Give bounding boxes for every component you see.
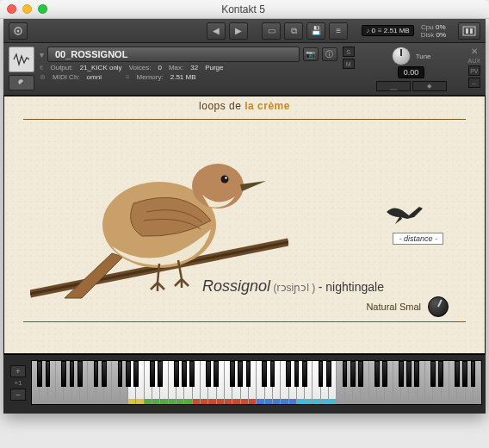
svg-point-9 (221, 176, 229, 184)
white-key[interactable] (32, 361, 40, 404)
white-key[interactable] (313, 361, 320, 404)
next-button[interactable]: ▶ (229, 22, 248, 40)
max-value[interactable]: 32 (190, 64, 198, 72)
purge-label[interactable]: Purge (205, 64, 223, 72)
transpose-value: +1 (14, 379, 22, 387)
white-key[interactable] (217, 361, 225, 404)
prev-button[interactable]: ◀ (207, 22, 226, 40)
white-key[interactable] (160, 361, 168, 404)
white-key[interactable] (64, 361, 71, 404)
white-key[interactable] (40, 361, 47, 404)
white-key[interactable] (345, 361, 353, 404)
white-key[interactable] (281, 361, 288, 404)
natural-knob[interactable] (428, 296, 449, 317)
transpose-down-button[interactable]: – (10, 389, 26, 401)
white-key[interactable] (80, 361, 88, 404)
white-key[interactable] (385, 361, 393, 404)
tune-label: Tune (416, 53, 431, 60)
voice-count: 0 (371, 27, 374, 34)
white-key[interactable] (442, 361, 449, 404)
white-key[interactable] (48, 361, 56, 404)
white-key[interactable] (257, 361, 264, 404)
white-key[interactable] (433, 361, 441, 404)
white-key[interactable] (193, 361, 201, 404)
white-key[interactable] (321, 361, 329, 404)
save-icon[interactable]: 💾 (306, 22, 325, 40)
info-icon[interactable]: ⓘ (322, 47, 337, 61)
white-key[interactable] (401, 361, 409, 404)
mute-button[interactable]: M (343, 59, 355, 69)
instrument-close-icon[interactable]: ✕ (468, 47, 480, 56)
distance-bird-icon[interactable] (385, 200, 424, 226)
white-key[interactable] (169, 361, 176, 404)
files-icon[interactable]: ⧉ (284, 22, 303, 40)
white-key[interactable] (457, 361, 465, 404)
midi-value[interactable]: omni (87, 73, 102, 81)
white-key[interactable] (184, 361, 192, 404)
white-key[interactable] (176, 361, 184, 404)
white-key[interactable] (241, 361, 249, 404)
pv-button[interactable]: PV (468, 65, 480, 76)
white-key[interactable] (265, 361, 273, 404)
white-key[interactable] (96, 361, 104, 404)
white-key[interactable] (466, 361, 474, 404)
white-key[interactable] (225, 361, 232, 404)
white-key[interactable] (56, 361, 64, 404)
keyboard-transpose: + +1 – (7, 360, 29, 405)
white-key[interactable] (393, 361, 401, 404)
instrument-name[interactable]: 00_ROSSIGNOL (47, 47, 300, 62)
white-key[interactable] (449, 361, 457, 404)
instrument-wrench-icon[interactable] (9, 75, 34, 90)
snapshot-icon[interactable]: 📷 (303, 47, 319, 61)
white-key[interactable] (353, 361, 361, 404)
tune-value[interactable]: 0.00 (398, 66, 425, 78)
minimize-icon[interactable] (22, 4, 32, 14)
white-key[interactable] (112, 361, 120, 404)
chevron-down-icon[interactable]: ▾ (40, 50, 44, 59)
white-key[interactable] (128, 361, 136, 404)
browse-icon[interactable] (9, 22, 28, 40)
white-key[interactable] (72, 361, 80, 404)
tune-knob[interactable] (392, 47, 411, 65)
white-key[interactable] (121, 361, 128, 404)
distance-label[interactable]: - distance - (393, 233, 443, 245)
white-key[interactable] (361, 361, 368, 404)
transpose-up-button[interactable]: + (10, 365, 26, 377)
instrument-wave-icon[interactable] (9, 47, 34, 72)
white-key[interactable] (232, 361, 240, 404)
white-key[interactable] (273, 361, 281, 404)
white-key[interactable] (145, 361, 152, 404)
white-key[interactable] (377, 361, 385, 404)
white-key[interactable] (208, 361, 216, 404)
white-key[interactable] (88, 361, 96, 404)
white-key[interactable] (474, 361, 481, 404)
white-key[interactable] (152, 361, 160, 404)
svg-rect-3 (466, 28, 468, 34)
white-key[interactable] (289, 361, 297, 404)
white-key[interactable] (201, 361, 208, 404)
pan-slider[interactable]: ◆ (412, 81, 447, 91)
svg-rect-4 (470, 28, 473, 34)
white-key[interactable] (249, 361, 257, 404)
rack-view-icon[interactable]: ▭ (262, 22, 281, 40)
options-icon[interactable]: ≡ (329, 22, 348, 40)
close-icon[interactable] (7, 4, 16, 14)
white-key[interactable] (425, 361, 433, 404)
white-key[interactable] (418, 361, 425, 404)
white-key[interactable] (337, 361, 344, 404)
zoom-icon[interactable] (38, 4, 47, 14)
white-key[interactable] (104, 361, 112, 404)
white-key[interactable] (297, 361, 305, 404)
minimize-instrument-icon[interactable]: – (468, 78, 480, 88)
white-key[interactable] (409, 361, 417, 404)
white-key[interactable] (369, 361, 377, 404)
solo-button[interactable]: S (343, 47, 355, 57)
virtual-keyboard[interactable] (31, 360, 482, 405)
white-key[interactable] (305, 361, 313, 404)
output-value[interactable]: 21_KICK only (80, 64, 122, 72)
cpu-value: 0% (436, 23, 446, 31)
svg-point-1 (17, 29, 20, 32)
white-key[interactable] (329, 361, 337, 404)
white-key[interactable] (136, 361, 144, 404)
ni-logo-icon[interactable] (458, 22, 480, 40)
